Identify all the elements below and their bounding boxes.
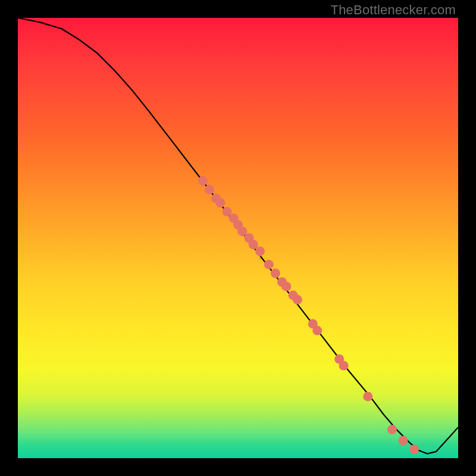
data-point xyxy=(293,295,302,305)
data-point xyxy=(409,444,419,454)
data-point xyxy=(271,268,280,278)
curve-line xyxy=(18,18,458,454)
data-point xyxy=(264,259,274,269)
data-point xyxy=(312,325,322,335)
data-point xyxy=(363,392,372,401)
data-point xyxy=(387,425,397,434)
data-point xyxy=(281,281,291,291)
data-point xyxy=(399,436,408,445)
marker-points xyxy=(198,176,419,454)
chart-frame: TheBottlenecker.com xyxy=(0,0,476,476)
data-point xyxy=(339,361,349,371)
data-point xyxy=(205,185,214,195)
watermark-text: TheBottlenecker.com xyxy=(331,2,456,18)
data-point xyxy=(255,246,265,256)
plot-area xyxy=(18,18,458,458)
data-point xyxy=(198,176,208,186)
chart-svg xyxy=(18,18,458,458)
data-point xyxy=(215,198,225,208)
